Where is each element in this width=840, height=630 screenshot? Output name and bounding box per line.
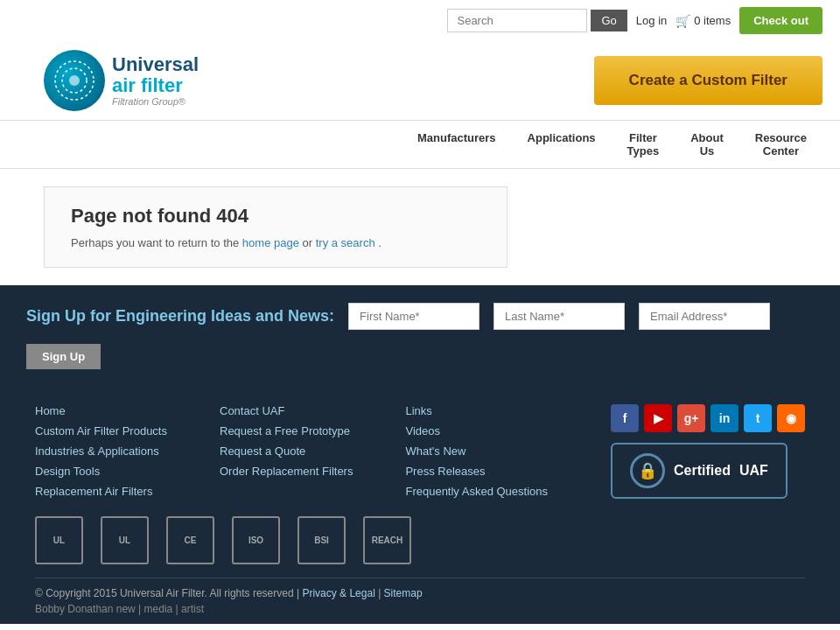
- go-button[interactable]: Go: [591, 10, 626, 32]
- error-title: Page not found 404: [71, 205, 480, 228]
- footer-credits: Bobby Donathan new | media | artist: [35, 603, 805, 615]
- footer-link-videos[interactable]: Videos: [405, 424, 548, 438]
- main-content: Page not found 404 Perhaps you want to r…: [0, 169, 840, 285]
- signup-button[interactable]: Sign Up: [26, 344, 101, 369]
- logo-airfilter: air filter: [112, 74, 183, 96]
- error-or: or: [303, 236, 316, 249]
- signup-label: Sign Up for Engineering Ideas and News:: [26, 307, 334, 326]
- logo-universal: Universal: [112, 53, 199, 75]
- facebook-icon[interactable]: f: [611, 404, 639, 432]
- signup-section: Sign Up for Engineering Ideas and News: …: [0, 285, 840, 387]
- footer-link-design-tools[interactable]: Design Tools: [35, 465, 167, 478]
- privacy-link[interactable]: Privacy & Legal: [302, 587, 374, 599]
- footer-link-links[interactable]: Links: [405, 404, 548, 417]
- twitter-icon[interactable]: t: [744, 404, 772, 432]
- certified-text: Certified: [674, 463, 731, 479]
- logo-sub: Filtration Group®: [112, 96, 199, 107]
- main-nav: Manufacturers Applications FilterTypes A…: [0, 120, 840, 169]
- error-text: Perhaps you want to return to the home p…: [71, 236, 480, 249]
- logo-brand: Universal air filter: [112, 54, 199, 96]
- first-name-input[interactable]: [348, 303, 480, 330]
- cart-link[interactable]: 🛒 0 items: [676, 14, 731, 28]
- top-bar: Go Log in 🛒 0 items Check out: [0, 0, 840, 41]
- footer: Home Custom Air Filter Products Industri…: [0, 387, 840, 624]
- error-period: .: [378, 236, 382, 249]
- footer-link-prototype[interactable]: Request a Free Prototype: [220, 424, 353, 438]
- copyright-text: © Copyright 2015 Universal Air Filter. A…: [35, 587, 302, 599]
- badge-ul: UL: [35, 516, 83, 564]
- checkout-button[interactable]: Check out: [739, 7, 822, 34]
- sitemap-link[interactable]: Sitemap: [384, 587, 423, 599]
- footer-link-home[interactable]: Home: [35, 404, 167, 417]
- footer-col-2: Contact UAF Request a Free Prototype Req…: [220, 404, 353, 499]
- badge-bsi: BSI: [298, 516, 346, 564]
- footer-link-custom-air[interactable]: Custom Air Filter Products: [35, 424, 167, 438]
- error-text-before: Perhaps you want to return to the: [71, 236, 242, 249]
- cart-icon: 🛒: [676, 14, 690, 28]
- rss-icon[interactable]: ◉: [777, 404, 805, 432]
- email-input[interactable]: [639, 303, 770, 330]
- nav-manufacturers[interactable]: Manufacturers: [402, 121, 512, 168]
- try-search-link[interactable]: try a search: [316, 236, 375, 249]
- footer-social: f ▶ g+ in t ◉ 🔒 Certified UAF: [611, 404, 805, 499]
- custom-filter-button[interactable]: Create a Custom Filter: [594, 56, 822, 105]
- last-name-input[interactable]: [494, 303, 625, 330]
- footer-link-press[interactable]: Press Releases: [405, 465, 548, 478]
- login-link[interactable]: Log in: [636, 14, 667, 27]
- certified-brand: UAF: [739, 463, 768, 479]
- cert-icon: 🔒: [630, 453, 665, 488]
- footer-link-replacement[interactable]: Replacement Air Filters: [35, 485, 167, 498]
- logo-area: Universal air filter Filtration Group®: [44, 50, 199, 111]
- svg-point-2: [69, 75, 80, 86]
- badge-iso: ISO: [232, 516, 280, 564]
- badge-ul2: UL: [101, 516, 149, 564]
- footer-columns: Home Custom Air Filter Products Industri…: [35, 404, 805, 499]
- footer-link-whats-new[interactable]: What's New: [405, 444, 548, 458]
- footer-col-1: Home Custom Air Filter Products Industri…: [35, 404, 167, 499]
- footer-bottom: © Copyright 2015 Universal Air Filter. A…: [35, 578, 805, 599]
- social-icons: f ▶ g+ in t ◉: [611, 404, 805, 432]
- nav-about-us[interactable]: AboutUs: [675, 121, 739, 168]
- footer-link-quote[interactable]: Request a Quote: [220, 444, 353, 458]
- footer-badges: UL UL CE ISO BSI REACH: [35, 516, 805, 564]
- home-page-link[interactable]: home page: [242, 236, 299, 249]
- logo-text-block: Universal air filter Filtration Group®: [112, 54, 199, 107]
- footer-col-3: Links Videos What's New Press Releases F…: [405, 404, 548, 499]
- certified-badge: 🔒 Certified UAF: [611, 443, 788, 499]
- nav-filter-types[interactable]: FilterTypes: [612, 121, 676, 168]
- badge-ce: CE: [166, 516, 214, 564]
- nav-resource-center[interactable]: ResourceCenter: [739, 121, 822, 168]
- badge-reach: REACH: [363, 516, 411, 564]
- footer-link-faq[interactable]: Frequently Asked Questions: [405, 485, 548, 498]
- linkedin-icon[interactable]: in: [710, 404, 738, 432]
- footer-link-order[interactable]: Order Replacement Filters: [220, 465, 353, 478]
- search-input[interactable]: [447, 9, 587, 32]
- error-box: Page not found 404 Perhaps you want to r…: [44, 186, 508, 268]
- footer-link-contact[interactable]: Contact UAF: [220, 404, 353, 417]
- youtube-icon[interactable]: ▶: [644, 404, 672, 432]
- footer-link-industries[interactable]: Industries & Applications: [35, 444, 167, 458]
- search-wrapper: Go: [447, 9, 626, 32]
- nav-applications[interactable]: Applications: [512, 121, 612, 168]
- logo-svg: [52, 59, 96, 102]
- cart-count: 0 items: [694, 14, 731, 27]
- logo-bar: Universal air filter Filtration Group® C…: [0, 41, 840, 120]
- googleplus-icon[interactable]: g+: [677, 404, 705, 432]
- logo-circle: [44, 50, 105, 111]
